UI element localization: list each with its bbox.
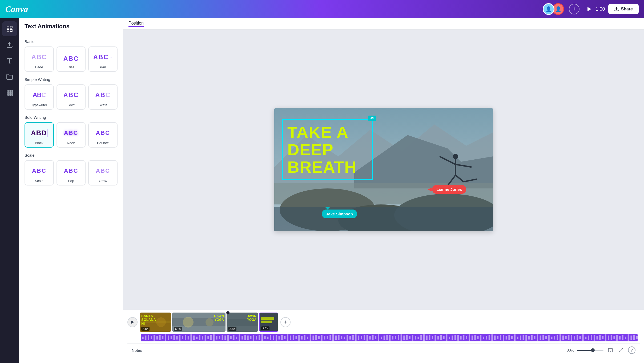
- rise-preview: ↑ ABC: [63, 51, 79, 64]
- svg-rect-115: [341, 336, 342, 339]
- svg-rect-93: [279, 336, 280, 340]
- fit-screen-icon[interactable]: [606, 346, 615, 354]
- svg-rect-118: [349, 336, 351, 340]
- svg-rect-143: [420, 335, 422, 340]
- tab-position[interactable]: Position: [128, 21, 144, 27]
- svg-rect-110: [327, 336, 328, 339]
- timeline-play-button[interactable]: [127, 317, 138, 327]
- svg-rect-44: [261, 321, 272, 323]
- svg-line-223: [622, 348, 623, 350]
- timeline-clip-1[interactable]: SANTASOLANANI 3.8s: [140, 313, 171, 332]
- svg-rect-106: [315, 335, 317, 340]
- svg-rect-123: [364, 335, 365, 340]
- sidebar-item-apps[interactable]: [2, 85, 17, 100]
- svg-rect-101: [301, 336, 303, 340]
- sidebar-item-elements[interactable]: [2, 21, 17, 36]
- fullscreen-icon[interactable]: [617, 346, 625, 354]
- add-collaborator-button[interactable]: +: [569, 4, 579, 14]
- svg-rect-2: [7, 26, 9, 28]
- share-button[interactable]: Share: [608, 4, 639, 14]
- svg-rect-170: [497, 336, 498, 339]
- svg-rect-178: [520, 336, 521, 340]
- animation-card-pan[interactable]: ABC → Pan: [88, 46, 118, 72]
- svg-rect-168: [491, 334, 493, 341]
- animation-card-skate[interactable]: ABC Skate: [88, 84, 118, 110]
- upload-icon: [6, 41, 13, 48]
- clip-3-label-right: DAWNYOGA: [247, 314, 256, 322]
- svg-rect-43: [261, 317, 274, 320]
- block-label: Block: [35, 141, 43, 145]
- svg-rect-165: [483, 337, 484, 339]
- svg-rect-111: [329, 335, 331, 340]
- canvas-text-box[interactable]: JS TAKE A DEEPBREATH: [282, 119, 373, 180]
- svg-rect-113: [335, 336, 337, 340]
- svg-rect-82: [247, 336, 248, 340]
- svg-rect-63: [193, 336, 195, 340]
- svg-rect-185: [540, 336, 541, 340]
- svg-rect-218: [633, 335, 635, 340]
- canvas-preview: JS TAKE A DEEPBREATH ◀ Lianne Jones Jake…: [123, 30, 644, 310]
- svg-rect-54: [168, 336, 169, 340]
- animation-card-scale-3[interactable]: ABC Grow: [88, 160, 118, 186]
- animation-card-neon[interactable]: ABC Neon: [57, 122, 86, 148]
- bottom-bar: Notes 80%: [127, 344, 640, 357]
- svg-rect-80: [241, 336, 243, 340]
- headline-text: TAKE A DEEPBREATH: [287, 124, 368, 176]
- timeline-clip-2[interactable]: DAWNYOGA 6.2s: [172, 313, 226, 332]
- animation-card-typewriter[interactable]: ABC Typewriter: [25, 84, 54, 110]
- svg-rect-187: [545, 336, 547, 339]
- typewriter-preview: ABC: [33, 89, 46, 101]
- sidebar-item-projects[interactable]: [2, 69, 17, 84]
- zoom-slider[interactable]: [577, 350, 603, 351]
- svg-rect-154: [452, 336, 453, 340]
- avatar-user-1[interactable]: 👤: [543, 3, 554, 15]
- timeline-clip-3[interactable]: DAWNYOGA 3.8s: [227, 313, 258, 332]
- svg-rect-9: [9, 90, 10, 92]
- animation-card-scale-1[interactable]: ABC Scale: [25, 160, 54, 186]
- svg-rect-171: [500, 335, 501, 340]
- svg-rect-98: [293, 335, 294, 340]
- svg-rect-83: [250, 336, 251, 339]
- timeline-clip-4[interactable]: 2.2s: [259, 313, 278, 332]
- svg-rect-177: [517, 337, 518, 339]
- audio-track: [141, 334, 638, 341]
- svg-rect-139: [409, 336, 410, 339]
- animation-card-scale-2[interactable]: ABC Pop: [57, 160, 86, 186]
- lianne-jones-label: Lianne Jones: [436, 187, 462, 192]
- svg-rect-164: [480, 335, 481, 341]
- svg-rect-212: [616, 335, 618, 341]
- scale-3-preview: ABC: [96, 164, 110, 177]
- scale-2-preview: ABC: [64, 164, 78, 177]
- animation-card-bounce[interactable]: ABC Bounce: [88, 122, 118, 148]
- animation-card-block[interactable]: ABD Block: [25, 122, 54, 148]
- svg-rect-50: [156, 336, 158, 340]
- help-button[interactable]: ?: [628, 346, 635, 354]
- notes-label[interactable]: Notes: [132, 348, 142, 353]
- animation-card-rise[interactable]: ↑ ABC Rise: [57, 46, 86, 72]
- sidebar-item-text[interactable]: [2, 53, 17, 68]
- canvas-frame[interactable]: JS TAKE A DEEPBREATH ◀ Lianne Jones Jake…: [274, 108, 493, 231]
- sidebar-item-upload[interactable]: [2, 37, 17, 52]
- add-clip-button[interactable]: +: [280, 317, 291, 327]
- animation-card-fade[interactable]: ABC Fade: [25, 46, 54, 72]
- svg-rect-216: [628, 334, 629, 341]
- svg-rect-81: [244, 335, 246, 340]
- svg-rect-10: [11, 90, 12, 92]
- svg-rect-70: [213, 334, 215, 341]
- svg-rect-75: [227, 335, 229, 341]
- svg-rect-133: [392, 336, 393, 340]
- canvas-area: Position: [123, 18, 644, 363]
- view-icons: [606, 346, 625, 354]
- bounce-label: Bounce: [97, 141, 109, 145]
- svg-rect-68: [207, 336, 209, 339]
- svg-rect-134: [395, 336, 396, 339]
- header-play-button[interactable]: [585, 5, 593, 13]
- zoom-thumb[interactable]: [591, 348, 595, 352]
- pan-label: Pan: [100, 65, 106, 69]
- icon-sidebar: [0, 18, 19, 363]
- svg-rect-132: [389, 335, 391, 341]
- svg-rect-208: [605, 334, 606, 341]
- rise-label: Rise: [67, 65, 74, 69]
- animation-card-shift[interactable]: ABC Shift: [57, 84, 86, 110]
- svg-rect-130: [384, 336, 385, 340]
